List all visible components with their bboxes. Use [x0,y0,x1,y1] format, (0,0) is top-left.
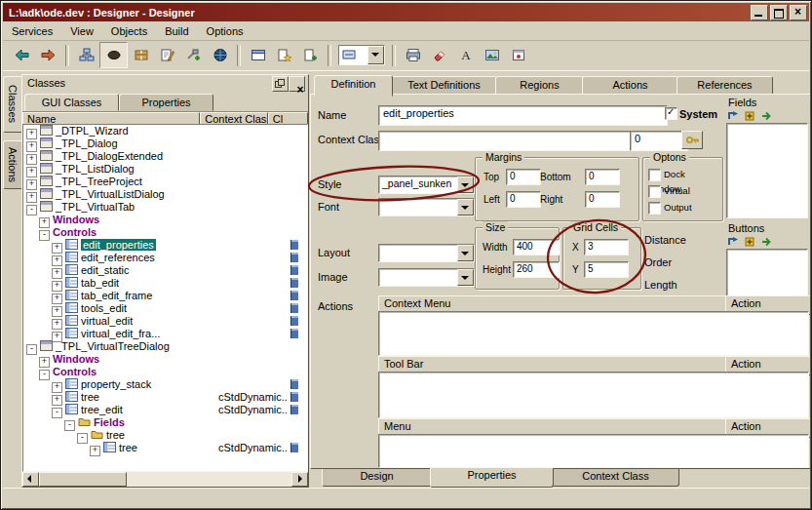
package-button[interactable] [128,43,154,67]
tree-item-label[interactable]: tree [81,391,99,403]
tree-row[interactable]: +property_stack [23,378,307,391]
bottom-tab-properties[interactable]: Properties [430,466,554,488]
insert-item-button[interactable] [297,43,324,67]
tree-item-label[interactable]: property_stack [81,378,151,390]
add-field-button[interactable] [743,109,757,123]
tree-item-label[interactable]: _TPL_TreeProject [56,176,142,187]
style-combo[interactable]: _panel_sunken [378,176,475,194]
menu-item-build[interactable]: Build [156,23,197,39]
tree-row[interactable]: +tab_edit_frame [23,290,307,302]
margin-right-input[interactable]: 0 [585,191,620,208]
tree-row[interactable]: +_TPL_DialogExtended [23,150,307,163]
tree-row[interactable]: -Controls [23,366,307,378]
tree-row[interactable]: -Controls [23,226,307,239]
tree-row[interactable]: -tree [23,429,307,442]
tree-row[interactable]: +virtual_edit_fra... [23,328,307,340]
build-tools-button[interactable] [180,43,207,67]
buttons-list[interactable] [726,249,808,297]
margin-left-input[interactable]: 0 [506,191,541,208]
hierarchy-button[interactable] [73,43,99,67]
image-combo[interactable] [378,268,475,287]
tree-row[interactable]: +tools_edit [23,302,307,315]
tree-item-label[interactable]: tree [119,442,137,453]
tree-row[interactable]: +tab_edit [23,277,307,290]
tree-item-label[interactable]: tab_edit [81,277,119,289]
tree-item-label[interactable]: edit_static [81,264,130,276]
insert-button-button[interactable] [726,235,741,249]
tree-item-label[interactable]: _TPL_VirtualListDialog [56,188,165,200]
font-button[interactable]: A [452,43,479,67]
context-class-picker-button[interactable] [681,131,703,149]
tree-item-label[interactable]: _TPL_VirtualTreeDialog [56,340,170,352]
maximize-button[interactable] [770,5,788,20]
tree-item-label[interactable]: virtual_edit_fra... [81,328,160,339]
tree-row[interactable]: +_TPL_ListDialog [23,163,307,176]
tree-row[interactable]: -_TPL_VirtualTreeDialog [23,340,307,353]
height-input[interactable]: 260 [513,261,560,278]
tree-row[interactable]: +virtual_edit [23,315,307,328]
tree-item-label[interactable]: _DTPL_Wizard [56,125,129,137]
minimize-button[interactable] [751,5,768,20]
layout-combo[interactable] [378,244,475,262]
print-button[interactable] [400,43,426,67]
tree-item-label[interactable]: tab_edit_frame [81,290,152,301]
delete-field-button[interactable] [759,109,774,123]
tree-item-label[interactable]: Fields [94,416,125,428]
eraser-button[interactable] [426,43,452,67]
tree-item-label[interactable]: Controls [53,366,97,377]
tree-item-label[interactable]: Windows [53,214,99,225]
grid-x-input[interactable]: 3 [584,239,629,255]
tab-definition[interactable]: Definition [314,75,393,97]
insert-field-button[interactable] [726,109,741,123]
tree-row[interactable]: +_TPL_VirtualListDialog [23,188,307,201]
bottom-tab-design[interactable]: Design [322,467,432,487]
menu-item-view[interactable]: View [61,23,102,39]
tree-item-label[interactable]: tree_edit [81,404,123,415]
menu-table-body[interactable] [378,434,809,468]
menu-item-options[interactable]: Options [198,23,252,39]
scrollbar-thumb[interactable] [39,472,127,487]
tree-item-label[interactable]: _TPL_VirtualTab [56,201,135,213]
virtual-checkbox[interactable] [648,185,661,198]
window-grid-button[interactable] [245,43,271,67]
grid-y-input[interactable]: 5 [584,261,629,278]
tree-item-label[interactable]: tree [106,429,125,441]
dropdown-icon[interactable] [457,199,474,216]
tree-row[interactable]: +_TPL_TreeProject [23,176,307,188]
add-button-button[interactable] [743,235,757,249]
tree-item-label[interactable]: _TPL_ListDialog [56,163,135,175]
context-class-number-input[interactable]: 0 [630,131,688,151]
tree-row[interactable]: -Fields [23,416,307,429]
tree-row[interactable]: +Windows [23,353,307,366]
horizontal-scrollbar[interactable] [22,472,308,487]
output-checkbox[interactable] [648,202,661,215]
tree-row[interactable]: -_TPL_VirtualTab [23,201,307,214]
forward-button[interactable] [35,43,61,67]
tree-item-label[interactable]: Windows [53,353,99,365]
context-menu-table-body[interactable] [378,311,809,356]
context-class-input[interactable] [378,131,635,151]
float-button[interactable] [272,76,289,92]
tree-item-label[interactable]: tools_edit [81,302,127,314]
vertical-tab-classes[interactable]: Classes [3,76,21,133]
tree-row[interactable]: +edit_properties [23,239,307,252]
menu-item-services[interactable]: Services [3,23,61,39]
tree-item-label[interactable]: edit_references [81,252,155,263]
tree-row[interactable]: +edit_static [23,264,307,277]
scroll-right-icon[interactable] [291,472,308,487]
tab-properties[interactable]: Properties [119,94,213,111]
tree-item-label[interactable]: Controls [53,226,97,238]
system-checkbox[interactable] [665,107,677,120]
close-button[interactable] [790,5,807,20]
tree-row[interactable]: +Windows [23,214,307,226]
tree-item-label[interactable]: _TPL_Dialog [56,137,118,149]
font-combo[interactable] [378,198,475,216]
classes-panel-header[interactable]: Classes [22,75,308,94]
tool-bar-table-body[interactable] [378,372,809,418]
dropdown-icon[interactable] [457,177,474,193]
tab-gui-classes[interactable]: GUI Classes [24,94,119,111]
width-input[interactable]: 400 [513,239,560,255]
expand-icon[interactable]: + [90,446,100,456]
edit-notes-button[interactable] [154,43,180,67]
tree-item-label[interactable]: virtual_edit [81,315,133,327]
